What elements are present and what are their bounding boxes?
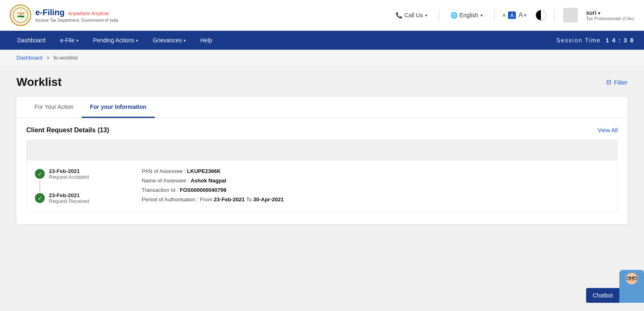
call-us-button[interactable]: 📞 Call Us ▾: [392, 10, 430, 20]
request-card: ✓ 23-Feb-2021 Request Accepted ✓ 23-Feb-…: [26, 140, 618, 212]
timeline-status-2: Request Received: [49, 198, 89, 204]
request-card-top: [27, 140, 617, 161]
filter-label: Filter: [614, 79, 628, 86]
nav-grievances[interactable]: Grievances ▾: [145, 31, 193, 50]
language-label: English: [460, 12, 478, 18]
filter-button[interactable]: ⊟ Filter: [606, 78, 628, 86]
svg-rect-4: [625, 286, 639, 301]
svg-rect-6: [637, 287, 640, 295]
nav-bar: Dashboard e-File ▾ Pending Actions ▾ Gri…: [0, 31, 644, 50]
logo-text-area: e-Filing Anywhere Anytime Income Tax Dep…: [35, 8, 118, 23]
view-all-link[interactable]: View All: [598, 127, 618, 134]
chatbot-area: Chatbot: [586, 270, 644, 303]
language-chevron: ▾: [481, 13, 483, 18]
efile-chevron-icon: ▾: [76, 38, 78, 43]
worklist-card: For Your Action For your Information Cli…: [16, 97, 628, 224]
nav-dashboard[interactable]: Dashboard: [10, 31, 53, 50]
section-title: Client Request Details (13): [26, 127, 109, 134]
phone-icon: 📞: [396, 12, 402, 18]
nav-efile[interactable]: e-File ▾: [53, 31, 86, 50]
header-right: 📞 Call Us ▾ 🌐 English ▾ A A A+ suri ▾ Ta…: [392, 8, 634, 23]
divider-3: [554, 9, 555, 21]
request-details: PAN of Assessee : LKUPE2366K Name of Ass…: [142, 168, 609, 204]
tabs: For Your Action For your Information: [16, 97, 628, 118]
page-title: Worklist: [16, 76, 62, 89]
nav-help[interactable]: Help: [193, 31, 220, 50]
svg-rect-5: [623, 287, 626, 295]
timeline-status-1: Request Accepted: [49, 174, 89, 180]
timeline-connector: [39, 180, 40, 192]
user-info: suri ▾ Tax Professionals (CAs): [586, 9, 634, 21]
nav-pending-actions[interactable]: Pending Actions ▾: [86, 31, 145, 50]
call-us-chevron: ▾: [425, 13, 427, 18]
check-icon-1: ✓: [35, 169, 45, 179]
chatbot-avatar-icon: [621, 271, 642, 302]
session-time: Session Time 1 4 : 3 8: [557, 37, 634, 44]
breadcrumb: Dashboard > fo-worklist: [0, 50, 644, 66]
svg-point-3: [626, 273, 637, 284]
session-time-value: 1 4 : 3 8: [606, 37, 634, 44]
language-button[interactable]: 🌐 English ▾: [447, 10, 486, 20]
emblem-icon: 🇮🇳: [10, 5, 31, 26]
timeline-item-1: ✓ 23-Feb-2021 Request Accepted: [35, 168, 125, 180]
detail-transaction: Transaction Id : FOS000000040799: [142, 187, 609, 193]
client-request-section: Client Request Details (13) View All ✓ 2…: [16, 118, 628, 216]
font-controls: A A A+: [503, 11, 527, 19]
detail-name: Name of Assessee : Ashok Nagpal: [142, 177, 609, 184]
logo-anywhere: Anywhere Anytime: [68, 11, 109, 16]
detail-period: Period of Authorisation : From 23-Feb-20…: [142, 196, 609, 203]
breadcrumb-sep: >: [46, 55, 50, 61]
breadcrumb-home[interactable]: Dashboard: [16, 55, 43, 61]
logo-efiling-text: e-Filing Anywhere Anytime: [35, 8, 118, 17]
call-us-label: Call Us: [405, 12, 423, 18]
divider-1: [439, 9, 439, 21]
logo-area: 🇮🇳 e-Filing Anywhere Anytime Income Tax …: [10, 5, 118, 26]
timeline-date-1: 23-Feb-2021: [49, 168, 89, 174]
breadcrumb-current: fo-worklist: [53, 55, 78, 61]
divider-2: [494, 9, 494, 21]
timeline-item-2: ✓ 23-Feb-2021 Request Received: [35, 192, 125, 204]
filter-icon: ⊟: [606, 78, 612, 86]
timeline-text-1: 23-Feb-2021 Request Accepted: [49, 168, 89, 180]
section-count: (13): [97, 127, 109, 134]
font-small-button[interactable]: A: [503, 13, 506, 18]
pending-chevron-icon: ▾: [136, 38, 138, 43]
request-card-body: ✓ 23-Feb-2021 Request Accepted ✓ 23-Feb-…: [27, 161, 617, 212]
user-role: Tax Professionals (CAs): [586, 16, 634, 21]
font-large-button[interactable]: A+: [518, 11, 527, 19]
grievances-chevron-icon: ▾: [184, 38, 186, 43]
page-content: Worklist ⊟ Filter For Your Action For yo…: [0, 66, 644, 234]
timeline: ✓ 23-Feb-2021 Request Accepted ✓ 23-Feb-…: [35, 168, 125, 204]
chatbot-avatar: [619, 270, 644, 303]
session-label: Session Time: [557, 37, 601, 44]
timeline-date-2: 23-Feb-2021: [49, 192, 89, 198]
nav-items: Dashboard e-File ▾ Pending Actions ▾ Gri…: [10, 31, 557, 50]
top-header: 🇮🇳 e-Filing Anywhere Anytime Income Tax …: [0, 0, 644, 31]
contrast-button[interactable]: [536, 10, 546, 21]
detail-pan: PAN of Assessee : LKUPE2366K: [142, 168, 609, 174]
font-mid-button[interactable]: A: [508, 12, 516, 19]
tab-for-your-information[interactable]: For your Information: [82, 97, 155, 118]
chatbot-button[interactable]: Chatbot: [586, 288, 619, 303]
timeline-text-2: 23-Feb-2021 Request Received: [49, 192, 89, 204]
logo-sub-text: Income Tax Department, Government of Ind…: [35, 18, 118, 23]
globe-icon: 🌐: [451, 12, 458, 18]
avatar: [563, 8, 578, 23]
check-icon-2: ✓: [35, 193, 45, 203]
tab-for-your-action[interactable]: For Your Action: [26, 97, 82, 118]
page-title-row: Worklist ⊟ Filter: [16, 76, 628, 89]
svg-text:🇮🇳: 🇮🇳: [17, 12, 25, 18]
section-header: Client Request Details (13) View All: [26, 127, 618, 134]
user-name: suri ▾: [586, 9, 634, 16]
